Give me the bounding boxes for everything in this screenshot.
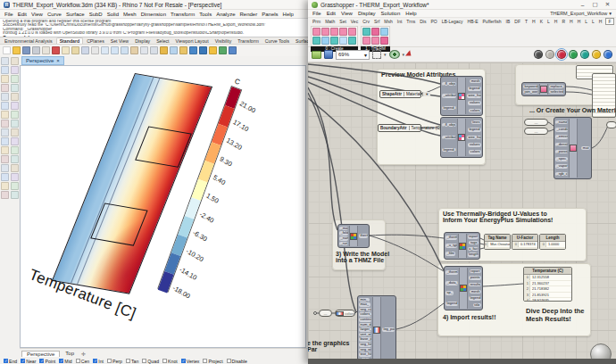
grasshopper-menu-item[interactable]: Help xyxy=(405,11,416,16)
tool-icon[interactable] xyxy=(11,137,19,145)
move-icon[interactable] xyxy=(160,46,168,54)
grasshopper-menu-item[interactable]: Edit xyxy=(327,11,336,16)
maximize-button[interactable]: ▢ xyxy=(590,1,600,8)
sketch-pen-icon[interactable] xyxy=(405,50,413,58)
rhino-menu-item[interactable]: SubD xyxy=(89,12,103,17)
close-button[interactable]: ✕ xyxy=(603,1,612,8)
rhino-menu-item[interactable]: Render xyxy=(240,12,258,17)
render-icon[interactable] xyxy=(199,46,207,54)
osnap-toggle[interactable]: Disable xyxy=(227,359,247,364)
funnel-icon[interactable]: ▼ xyxy=(422,92,430,96)
tool-icon[interactable] xyxy=(1,111,9,119)
input-port[interactable]: legend_par_ xyxy=(445,302,458,306)
component-tab[interactable]: H xyxy=(531,19,537,24)
input-capsule[interactable]: — xyxy=(524,119,548,126)
tool-icon[interactable] xyxy=(11,173,19,181)
output-port[interactable]: therm xyxy=(359,234,368,238)
input-port[interactable]: _model xyxy=(339,227,348,231)
rhino-menu-item[interactable]: View xyxy=(31,12,43,17)
checkbox-icon[interactable] xyxy=(227,359,231,363)
input-port[interactable]: seg_count_ xyxy=(359,308,371,312)
input-port[interactable]: _name xyxy=(555,120,568,125)
input-port[interactable]: continuous_leg_ xyxy=(359,318,371,322)
grasshopper-menu-item[interactable]: Solution xyxy=(381,11,401,16)
output-port[interactable]: lines xyxy=(471,120,481,125)
tool-icon[interactable] xyxy=(1,84,9,92)
rhino-menu-item[interactable]: Solid xyxy=(107,12,119,17)
toolbar-tab[interactable]: Environmental Analysis xyxy=(2,38,55,44)
output-port[interactable]: wire_frame xyxy=(467,94,481,98)
tool-icon[interactable] xyxy=(1,75,9,83)
checkbox-icon[interactable] xyxy=(4,359,8,363)
tool-icon[interactable] xyxy=(11,75,19,83)
rhino-menu-item[interactable]: Tools xyxy=(199,12,212,17)
component-icon[interactable] xyxy=(362,37,370,45)
output-port[interactable]: mesh xyxy=(470,290,481,294)
osnap-toggle[interactable]: End xyxy=(4,359,17,364)
rhino-command-history[interactable]: Opening a trial program and register thi… xyxy=(0,18,308,37)
save-icon[interactable] xyxy=(324,50,333,59)
checkbox-icon[interactable] xyxy=(142,359,146,363)
component-icon[interactable] xyxy=(321,28,329,36)
checkbox-icon[interactable] xyxy=(93,359,97,363)
undo-icon[interactable] xyxy=(81,46,89,54)
input-port[interactable]: _conductivity xyxy=(555,128,568,132)
component-tab[interactable]: Srf xyxy=(373,19,380,24)
input-port[interactable]: keywords_ xyxy=(523,85,538,89)
temperature-panel[interactable]: Temperature (C) 012.312558121.360237221.… xyxy=(523,267,572,302)
checkbox-icon[interactable] xyxy=(203,359,207,363)
input-port[interactable]: _density xyxy=(555,143,568,147)
tool-icon[interactable] xyxy=(1,146,9,154)
component-tab[interactable]: Crv xyxy=(362,19,370,24)
output-port[interactable]: tags xyxy=(469,241,479,245)
data-panel[interactable]: Length 01.0000 xyxy=(539,234,566,250)
rhino-menu-item[interactable]: File xyxy=(4,12,13,17)
tool-icon[interactable] xyxy=(11,84,19,92)
input-port[interactable]: _therm xyxy=(445,270,458,275)
component-tab[interactable]: L xyxy=(546,19,551,24)
rhino-menu-item[interactable]: Analyze xyxy=(216,12,235,17)
tool-icon[interactable] xyxy=(11,164,19,172)
tool-icon[interactable] xyxy=(1,164,9,172)
checkbox-icon[interactable] xyxy=(107,359,112,363)
input-port[interactable]: _spec_heat xyxy=(555,157,568,161)
component-tab[interactable]: T xyxy=(524,19,529,24)
tool-icon[interactable] xyxy=(1,128,9,136)
component-icon[interactable] xyxy=(371,28,379,36)
output-port[interactable]: wire_frame xyxy=(467,136,481,140)
tool-icon[interactable] xyxy=(1,120,9,128)
output-port[interactable]: report xyxy=(468,235,479,239)
osnap-toggle[interactable]: Knot xyxy=(162,359,178,364)
checkbox-icon[interactable] xyxy=(59,359,63,363)
output-port[interactable]: values xyxy=(468,101,481,105)
component-tab[interactable]: H xyxy=(554,19,559,24)
copy-icon[interactable] xyxy=(62,46,70,54)
input-port[interactable]: join_words_ xyxy=(523,90,538,95)
toolbar-tab[interactable]: CPlanes xyxy=(84,38,107,44)
component-tab[interactable]: Vec xyxy=(350,19,359,24)
print-icon[interactable] xyxy=(32,46,40,54)
value-list-shape-attr[interactable]: ShapeAttr Material ▼ xyxy=(379,90,421,98)
input-port[interactable]: max_ xyxy=(359,302,370,307)
preview-attributes-component[interactable]: _fl_objs_attributelegend_par_ meshlegend… xyxy=(440,76,483,116)
viewport-page-tab[interactable]: Top xyxy=(61,351,79,357)
shaded-sphere-icon[interactable] xyxy=(534,50,543,59)
toolbar-tab[interactable]: Display xyxy=(132,38,153,44)
toolbar-tab[interactable]: Transform xyxy=(235,38,261,44)
tool-icon[interactable] xyxy=(1,57,9,65)
component-tab[interactable]: HB-E xyxy=(467,19,479,24)
component-tab[interactable]: F xyxy=(605,18,613,25)
input-port[interactable]: vert_or_horiz_ xyxy=(359,333,371,337)
input-port[interactable]: _emissivity xyxy=(555,135,568,139)
output-port[interactable]: title xyxy=(473,303,481,308)
input-port[interactable]: _name xyxy=(339,236,348,241)
osnap-toggle[interactable]: Perp xyxy=(107,359,122,364)
output-port[interactable]: points xyxy=(469,276,481,280)
component-tab[interactable]: Math xyxy=(324,19,336,24)
tool-icon[interactable] xyxy=(1,66,9,74)
tool-icon[interactable] xyxy=(11,128,19,136)
red-gem-icon[interactable] xyxy=(557,50,566,59)
component-icon[interactable] xyxy=(330,28,338,36)
component-icon[interactable] xyxy=(371,37,379,45)
input-port[interactable]: _data_type xyxy=(445,281,458,285)
